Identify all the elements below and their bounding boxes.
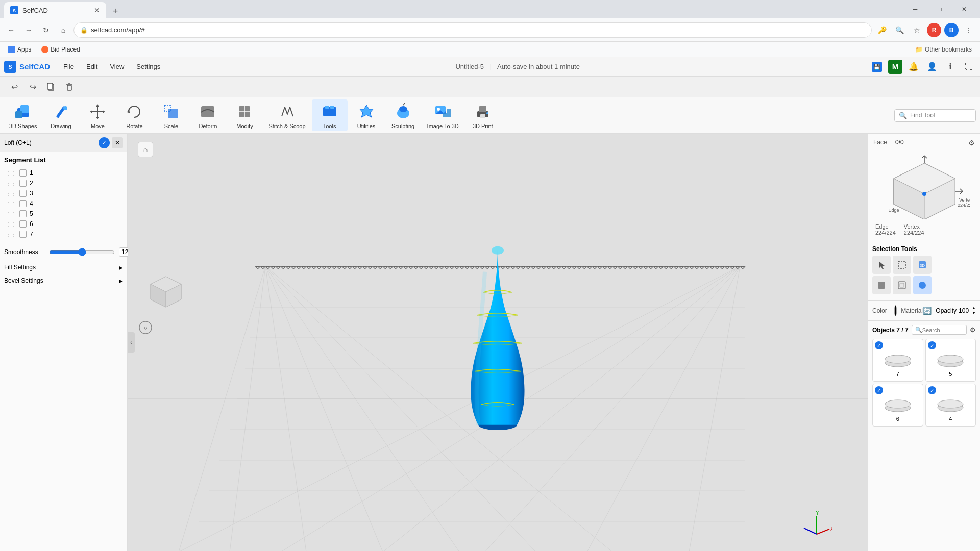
minimize-button[interactable]: ─ [903, 2, 927, 16]
segment-drag-1: ⋮⋮ [6, 170, 16, 176]
select-3d-btn[interactable]: 3D [913, 256, 932, 274]
select-box-btn[interactable] [893, 256, 911, 274]
obj-thumb-6[interactable]: ✓ 6 [872, 384, 923, 427]
tool-3d-shapes[interactable]: 3D Shapes [4, 99, 42, 131]
svg-line-76 [817, 529, 829, 534]
viewport-rotate-control[interactable]: ↻ [138, 317, 153, 339]
panel-confirm-btn[interactable]: ✓ [99, 137, 110, 148]
fullscreen-icon[interactable]: ⛶ [962, 60, 976, 74]
maximize-button[interactable]: □ [928, 2, 951, 16]
user-icon[interactable]: 👤 [925, 60, 939, 74]
tool-rotate[interactable]: Rotate [116, 99, 152, 131]
tool-utilities[interactable]: Utilities [349, 99, 384, 131]
bookmark-apps[interactable]: Apps [4, 45, 35, 54]
tool-stitch-scoop[interactable]: Stitch & Scoop [263, 99, 310, 131]
workspace: Loft (C+L) ✓ ✕ Segment List ⋮⋮ 1 ⋮⋮ 2 [0, 134, 980, 551]
segment-item-6[interactable]: ⋮⋮ 6 [4, 219, 123, 229]
object-search[interactable]: 🔍 [912, 325, 967, 335]
segment-checkbox-7[interactable] [19, 231, 27, 238]
obj-thumb-4[interactable]: ✓ 4 [925, 384, 976, 427]
notification-icon[interactable]: 🔔 [906, 60, 921, 74]
m-icon[interactable]: M [888, 60, 902, 74]
password-manager-icon[interactable]: 🔑 [875, 23, 889, 37]
redo-button[interactable]: ↪ [24, 79, 41, 95]
segment-item-3[interactable]: ⋮⋮ 3 [4, 188, 123, 198]
svg-text:💾: 💾 [873, 63, 880, 70]
delete-button[interactable] [61, 79, 78, 95]
address-bar[interactable]: 🔒 selfcad.com/app/# [74, 22, 872, 38]
new-tab-button[interactable]: + [108, 4, 122, 18]
find-tool-field[interactable] [910, 112, 971, 119]
obj-thumb-7[interactable]: ✓ 7 [872, 339, 923, 382]
select-pointer-btn[interactable] [872, 256, 891, 274]
menu-settings[interactable]: Settings [131, 61, 165, 72]
tool-drawing[interactable]: Drawing [43, 99, 79, 131]
close-button[interactable]: ✕ [952, 2, 976, 16]
select-wire-cube-btn[interactable] [893, 276, 911, 294]
copy-button[interactable] [43, 79, 59, 95]
tool-deform[interactable]: Deform [190, 99, 226, 131]
segment-checkbox-5[interactable] [19, 210, 27, 217]
tool-tools[interactable]: Tools [312, 99, 348, 131]
tool-sculpting[interactable]: Sculpting [385, 99, 421, 131]
viewport[interactable]: ‹ [128, 134, 868, 551]
forward-button[interactable]: → [21, 23, 36, 37]
viewport-nav: ⌂ [138, 142, 153, 157]
panel-close-btn[interactable]: ✕ [112, 137, 123, 148]
objects-section: Objects 7 / 7 🔍 ⚙ ✓ [868, 321, 980, 431]
color-swatch[interactable] [894, 305, 897, 316]
segment-checkbox-4[interactable] [19, 200, 27, 207]
segment-item-2[interactable]: ⋮⋮ 2 [4, 178, 123, 188]
close-tab-btn[interactable]: ✕ [94, 6, 100, 14]
segment-num-3: 3 [30, 190, 33, 197]
undo-button[interactable]: ↩ [6, 79, 22, 95]
extension-icon[interactable]: ⋮ [962, 23, 976, 37]
tool-scale[interactable]: Scale [153, 99, 189, 131]
segment-checkbox-3[interactable] [19, 190, 27, 197]
tool-3d-print[interactable]: 3D Print [465, 99, 501, 131]
object-search-input[interactable] [922, 327, 953, 333]
bevel-settings-row[interactable]: Bevel Settings ▶ [0, 274, 127, 287]
scale-icon [161, 102, 181, 122]
segment-checkbox-2[interactable] [19, 180, 27, 187]
refresh-button[interactable]: ↻ [39, 23, 53, 37]
settings-gear[interactable]: ⚙ [968, 139, 975, 147]
save-cloud-icon[interactable]: 💾 [870, 60, 884, 74]
segment-checkbox-1[interactable] [19, 169, 27, 177]
zoom-icon[interactable]: 🔍 [892, 23, 906, 37]
bookmark-icon[interactable]: ☆ [910, 23, 924, 37]
tool-modify[interactable]: Modify [227, 99, 262, 131]
face-row: Face 0/0 [873, 139, 904, 146]
viewport-home-btn[interactable]: ⌂ [138, 142, 153, 157]
smoothness-slider[interactable] [49, 248, 115, 256]
bookmark-bid-placed[interactable]: Bid Placed [37, 45, 84, 54]
find-tool-input[interactable]: 🔍 [894, 109, 976, 122]
back-button[interactable]: ← [4, 23, 18, 37]
tool-image-to-3d[interactable]: Image To 3D [422, 99, 464, 131]
menu-edit[interactable]: Edit [81, 61, 103, 72]
segment-checkbox-6[interactable] [19, 220, 27, 228]
obj-thumb-5[interactable]: ✓ 5 [925, 339, 976, 382]
segment-item-5[interactable]: ⋮⋮ 5 [4, 209, 123, 219]
fill-settings-row[interactable]: Fill Settings ▶ [0, 261, 127, 274]
profile-icon-red[interactable]: R [927, 23, 941, 37]
select-solid-cube-btn[interactable] [872, 276, 891, 294]
opacity-stepper[interactable]: ▲ ▼ [972, 306, 976, 316]
active-tab[interactable]: S SelfCAD ✕ [4, 2, 106, 18]
select-sphere-btn[interactable] [913, 276, 932, 294]
tool-move-label: Move [91, 123, 105, 129]
objects-gear-btn[interactable]: ⚙ [970, 326, 976, 334]
menu-view[interactable]: View [105, 61, 129, 72]
tool-move[interactable]: Move [80, 99, 115, 131]
nav-cube[interactable] [145, 271, 186, 314]
collapse-panel-btn[interactable]: ‹ [128, 332, 135, 353]
help-icon[interactable]: ℹ [943, 60, 958, 74]
segment-item-7[interactable]: ⋮⋮ 7 [4, 229, 123, 239]
material-icon[interactable]: 🔄 [923, 307, 932, 315]
other-bookmarks[interactable]: 📁 Other bookmarks [911, 45, 976, 54]
profile-icon-blue[interactable]: B [944, 23, 959, 37]
home-button[interactable]: ⌂ [56, 23, 70, 37]
segment-item-4[interactable]: ⋮⋮ 4 [4, 198, 123, 209]
menu-file[interactable]: File [58, 61, 79, 72]
segment-item-1[interactable]: ⋮⋮ 1 [4, 168, 123, 178]
